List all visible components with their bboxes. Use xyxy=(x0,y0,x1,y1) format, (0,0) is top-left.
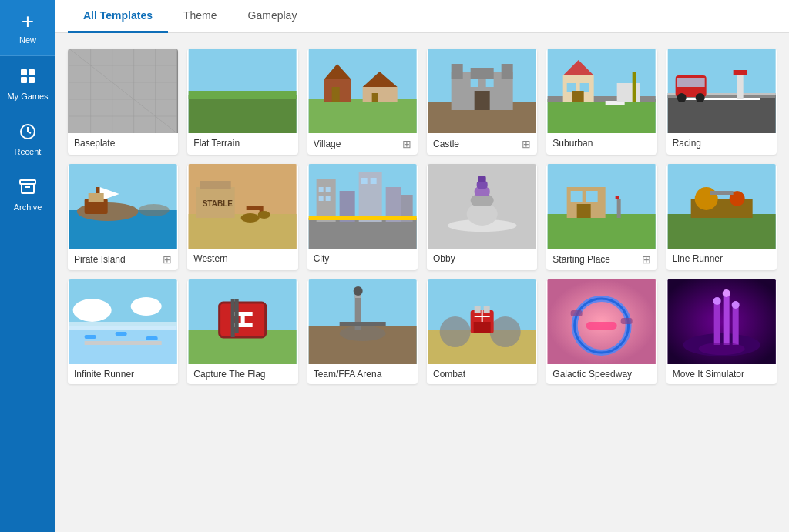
template-label-obby: Obby xyxy=(427,249,537,269)
svg-rect-159 xyxy=(732,306,738,345)
template-card-capture-the-flag[interactable]: Capture The Flag xyxy=(187,279,297,384)
svg-rect-157 xyxy=(713,303,720,345)
template-label-capture-the-flag: Capture The Flag xyxy=(187,364,297,384)
template-thumb-pirate-island xyxy=(68,164,178,249)
svg-rect-58 xyxy=(733,70,747,75)
svg-rect-0 xyxy=(21,69,27,75)
svg-rect-33 xyxy=(471,68,494,79)
starting-map-icon: ⊞ xyxy=(642,253,651,266)
template-card-galactic-speedway[interactable]: Galactic Speedway xyxy=(546,279,656,384)
pirate-map-icon: ⊞ xyxy=(163,253,172,266)
template-card-starting-place[interactable]: Starting Place ⊞ xyxy=(546,164,656,270)
svg-rect-118 xyxy=(146,336,158,340)
svg-text:STABLE: STABLE xyxy=(203,199,233,208)
template-thumb-flat-terrain xyxy=(187,49,297,133)
svg-rect-35 xyxy=(471,79,478,87)
template-thumb-infinite-runner xyxy=(68,279,178,364)
svg-rect-47 xyxy=(633,72,636,102)
sidebar-new-label: New xyxy=(19,35,36,45)
sidebar-item-recent[interactable]: Recent xyxy=(0,112,55,167)
template-card-obby[interactable]: Obby xyxy=(427,164,537,270)
tab-all-templates[interactable]: All Templates xyxy=(68,0,168,33)
template-card-team-ffa-arena[interactable]: Team/FFA Arena xyxy=(307,279,418,384)
template-card-city[interactable]: City xyxy=(307,164,418,270)
svg-rect-104 xyxy=(616,196,619,199)
svg-rect-98 xyxy=(548,214,656,249)
svg-point-162 xyxy=(731,301,739,309)
template-label-suburban: Suburban xyxy=(546,133,656,153)
template-card-village[interactable]: Village ⊞ xyxy=(307,49,418,155)
svg-rect-57 xyxy=(737,72,743,99)
svg-rect-100 xyxy=(571,191,583,202)
template-thumb-line-runner xyxy=(666,164,777,249)
template-card-combat[interactable]: Combat xyxy=(427,279,537,384)
svg-point-160 xyxy=(713,297,720,305)
sidebar-item-my-games[interactable]: My Games xyxy=(0,56,55,112)
svg-rect-36 xyxy=(486,79,494,87)
template-card-pirate-island[interactable]: Pirate Island ⊞ xyxy=(68,164,178,270)
template-card-move-it-simulator[interactable]: Move It Simulator xyxy=(666,279,777,384)
svg-rect-54 xyxy=(677,78,704,87)
svg-point-55 xyxy=(677,93,686,102)
svg-point-163 xyxy=(698,343,744,355)
sidebar: + New My Games Recent xyxy=(0,0,55,532)
svg-point-136 xyxy=(339,326,385,341)
svg-point-66 xyxy=(139,204,170,216)
svg-rect-144 xyxy=(474,322,491,333)
tab-gameplay[interactable]: Gameplay xyxy=(233,0,313,33)
template-label-combat: Combat xyxy=(427,364,537,384)
svg-rect-34 xyxy=(475,91,490,110)
template-card-infinite-runner[interactable]: Infinite Runner xyxy=(68,279,178,384)
template-label-starting-place: Starting Place ⊞ xyxy=(546,249,656,270)
sidebar-archive-label: Archive xyxy=(14,202,42,212)
sidebar-mygames-label: My Games xyxy=(7,92,48,101)
template-label-western: Western xyxy=(187,249,297,269)
template-label-pirate-island: Pirate Island ⊞ xyxy=(68,249,178,270)
template-thumb-racing xyxy=(666,49,777,133)
template-thumb-combat xyxy=(427,279,537,364)
template-card-castle[interactable]: Castle ⊞ xyxy=(427,49,537,155)
svg-rect-106 xyxy=(667,214,775,249)
svg-rect-46 xyxy=(617,83,640,102)
svg-rect-21 xyxy=(308,99,416,133)
template-thumb-suburban xyxy=(546,49,656,133)
svg-rect-158 xyxy=(723,295,729,345)
template-label-village: Village ⊞ xyxy=(307,133,418,155)
sidebar-item-archive[interactable]: Archive xyxy=(0,167,55,223)
template-thumb-western: STABLE xyxy=(187,164,297,249)
template-card-baseplate[interactable]: Baseplate xyxy=(68,49,178,155)
template-label-team-ffa-arena: Team/FFA Arena xyxy=(307,364,418,384)
svg-rect-96 xyxy=(478,176,486,182)
svg-rect-143 xyxy=(484,306,490,313)
template-label-flat-terrain: Flat Terrain xyxy=(187,133,297,153)
svg-rect-101 xyxy=(586,191,598,202)
template-grid: Baseplate Flat Terrain xyxy=(68,49,777,384)
template-label-racing: Racing xyxy=(666,133,777,153)
template-card-line-runner[interactable]: Line Runner xyxy=(666,164,777,270)
sidebar-item-new[interactable]: + New xyxy=(0,0,55,56)
svg-rect-116 xyxy=(85,335,96,339)
template-grid-area: Baseplate Flat Terrain xyxy=(55,33,789,532)
svg-rect-27 xyxy=(371,93,378,102)
svg-point-139 xyxy=(440,316,471,347)
svg-rect-88 xyxy=(361,178,367,184)
template-thumb-move-it-simulator xyxy=(666,279,777,364)
svg-rect-24 xyxy=(362,87,397,102)
svg-rect-2 xyxy=(21,77,27,83)
svg-point-56 xyxy=(695,93,704,102)
games-icon xyxy=(18,67,37,89)
template-thumb-galactic-speedway xyxy=(546,279,656,364)
svg-rect-127 xyxy=(241,312,245,327)
tab-theme[interactable]: Theme xyxy=(168,0,233,33)
template-label-line-runner: Line Runner xyxy=(666,249,777,269)
template-card-flat-terrain[interactable]: Flat Terrain xyxy=(187,49,297,155)
svg-rect-153 xyxy=(621,318,633,324)
template-card-western[interactable]: STABLE Western xyxy=(187,164,297,270)
template-card-suburban[interactable]: Suburban xyxy=(546,49,656,155)
template-card-racing[interactable]: Racing xyxy=(666,49,777,155)
svg-rect-87 xyxy=(325,196,330,201)
svg-rect-135 xyxy=(339,322,385,326)
tabs-bar: All Templates Theme Gameplay xyxy=(55,0,789,33)
template-label-move-it-simulator: Move It Simulator xyxy=(666,364,777,384)
sidebar-recent-label: Recent xyxy=(15,147,42,156)
